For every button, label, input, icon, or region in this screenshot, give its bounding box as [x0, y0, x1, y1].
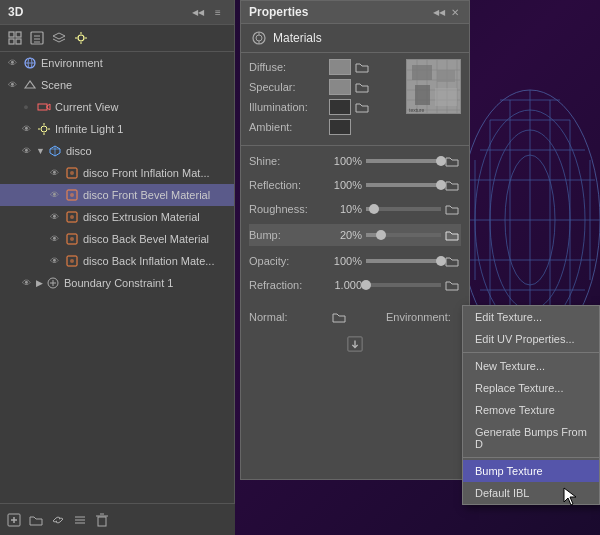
vis-eye-icon[interactable]: 👁 — [46, 209, 62, 225]
grid-toolbar-icon[interactable] — [6, 29, 24, 47]
menu-item-edit-uv[interactable]: Edit UV Properties... — [463, 328, 599, 350]
layer-disco-back-bevel[interactable]: 👁 disco Back Bevel Material — [0, 228, 234, 250]
materials-tab-label[interactable]: Materials — [273, 31, 322, 45]
normal-section: Normal: — [249, 308, 348, 326]
menu-item-bump-texture[interactable]: Bump Texture — [463, 460, 599, 482]
vis-eye-icon[interactable]: 👁 — [18, 143, 34, 159]
vis-eye-icon[interactable]: 👁 — [46, 231, 62, 247]
roughness-map-btn[interactable] — [443, 200, 461, 218]
layer-label-disco: disco — [66, 145, 230, 157]
reflection-label: Reflection: — [249, 179, 324, 191]
menu-item-new-texture[interactable]: New Texture... — [463, 355, 599, 377]
download-btn[interactable] — [347, 336, 363, 352]
bump-label: Bump: — [249, 229, 324, 241]
vis-eye-icon[interactable]: 👁 — [18, 121, 34, 137]
env-section: Environment: — [356, 311, 461, 323]
bump-value: 20% — [324, 229, 362, 241]
layer-label-disco-front-bevel: disco Front Bevel Material — [83, 189, 230, 201]
panel-collapse-btn[interactable]: ◀◀ — [190, 4, 206, 20]
refraction-thumb[interactable] — [361, 280, 371, 290]
texture-thumbnail[interactable]: texture — [406, 59, 461, 114]
layer-label-infinite-light: Infinite Light 1 — [55, 123, 230, 135]
vis-eye-icon[interactable]: 👁 — [46, 187, 62, 203]
svg-rect-65 — [98, 517, 106, 526]
collapse-left-btn[interactable]: ◀◀ — [433, 6, 445, 18]
layer-scene[interactable]: 👁 Scene — [0, 74, 234, 96]
panel-3d-header: 3D ◀◀ ≡ — [0, 0, 234, 25]
layer-disco-front-inflation[interactable]: 👁 disco Front Inflation Mat... — [0, 162, 234, 184]
layer-label-disco-back-bevel: disco Back Bevel Material — [83, 233, 230, 245]
illumination-folder-btn[interactable] — [354, 99, 370, 115]
roughness-value: 10% — [324, 203, 362, 215]
add-layer-btn[interactable] — [6, 512, 22, 528]
link-layer-btn[interactable] — [50, 512, 66, 528]
vis-eye-icon[interactable]: 👁 — [4, 55, 20, 71]
svg-rect-23 — [16, 32, 21, 37]
refraction-track[interactable] — [366, 283, 441, 287]
reflection-thumb[interactable] — [436, 180, 446, 190]
menu-item-edit-texture[interactable]: Edit Texture... — [463, 306, 599, 328]
sliders-section: Shine: 100% Reflection: 100% — [241, 148, 469, 304]
opacity-track[interactable] — [366, 259, 441, 263]
svg-rect-38 — [38, 104, 47, 110]
panel-3d: 3D ◀◀ ≡ — [0, 0, 235, 535]
vis-eye-icon[interactable]: 👁 — [46, 253, 62, 269]
vis-empty: ● — [18, 99, 34, 115]
layer-environment[interactable]: 👁 Environment — [0, 52, 234, 74]
layer-disco[interactable]: 👁 ▼ disco — [0, 140, 234, 162]
material-icon — [64, 188, 80, 202]
refraction-map-btn[interactable] — [443, 276, 461, 294]
menu-item-remove-texture[interactable]: Remove Texture — [463, 399, 599, 421]
shine-track[interactable] — [366, 159, 441, 163]
layer-boundary[interactable]: 👁 ▶ Boundary Constraint 1 — [0, 272, 234, 294]
camera-icon — [36, 100, 52, 114]
menu-item-replace-texture[interactable]: Replace Texture... — [463, 377, 599, 399]
layer-list: 👁 Environment 👁 Scene ● — [0, 52, 234, 487]
constraint-icon — [45, 276, 61, 290]
expand-icon-right[interactable]: ▶ — [36, 278, 43, 288]
bump-track[interactable] — [366, 233, 441, 237]
materials-tab-icon[interactable] — [249, 28, 269, 48]
panel-menu-btn[interactable]: ≡ — [210, 4, 226, 20]
bump-thumb[interactable] — [376, 230, 386, 240]
close-btn[interactable]: ✕ — [449, 6, 461, 18]
bump-map-btn[interactable] — [443, 226, 461, 244]
calc-toolbar-icon[interactable] — [28, 29, 46, 47]
properties-panel: Properties ◀◀ ✕ Materials — [240, 0, 470, 480]
layer-infinite-light[interactable]: 👁 Infinite Light 1 — [0, 118, 234, 140]
delete-layer-btn[interactable] — [94, 512, 110, 528]
panel-3d-controls: ◀◀ ≡ — [190, 4, 226, 20]
vis-eye-icon[interactable]: 👁 — [18, 275, 34, 291]
menu-item-generate-bumps[interactable]: Generate Bumps From D — [463, 421, 599, 455]
layer-disco-front-bevel[interactable]: 👁 disco Front Bevel Material — [0, 184, 234, 206]
reflection-track[interactable] — [366, 183, 441, 187]
normal-map-btn[interactable] — [330, 308, 348, 326]
specular-folder-btn[interactable] — [354, 79, 370, 95]
bottom-toolbar — [0, 503, 235, 535]
layer-disco-back-inflation[interactable]: 👁 disco Back Inflation Mate... — [0, 250, 234, 272]
layers-toolbar-icon[interactable] — [50, 29, 68, 47]
vis-eye-icon[interactable]: 👁 — [46, 165, 62, 181]
diffuse-swatch[interactable] — [329, 59, 351, 75]
vis-eye-icon[interactable]: 👁 — [4, 77, 20, 93]
shine-thumb[interactable] — [436, 156, 446, 166]
layer-label-disco-extrusion: disco Extrusion Material — [83, 211, 230, 223]
ambient-swatch[interactable] — [329, 119, 351, 135]
expand-icon[interactable]: ▼ — [36, 146, 45, 156]
specular-swatch[interactable] — [329, 79, 351, 95]
light-toolbar-icon[interactable] — [72, 29, 90, 47]
roughness-thumb[interactable] — [369, 204, 379, 214]
opacity-thumb[interactable] — [436, 256, 446, 266]
layer-disco-extrusion[interactable]: 👁 disco Extrusion Material — [0, 206, 234, 228]
layer-current-view[interactable]: ● Current View — [0, 96, 234, 118]
folder-layer-btn[interactable] — [28, 512, 44, 528]
diffuse-folder-btn[interactable] — [354, 59, 370, 75]
svg-point-69 — [256, 35, 262, 41]
illumination-swatch[interactable] — [329, 99, 351, 115]
move-layer-btn[interactable] — [72, 512, 88, 528]
roughness-track[interactable] — [366, 207, 441, 211]
specular-label: Specular: — [249, 81, 329, 93]
svg-point-51 — [70, 215, 74, 219]
menu-item-default-ibl[interactable]: Default IBL — [463, 482, 599, 504]
scene-icon — [22, 78, 38, 92]
